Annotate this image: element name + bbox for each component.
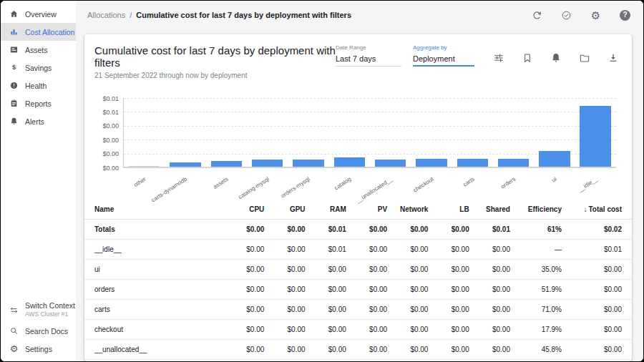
x-tick-label: assets xyxy=(212,176,229,190)
report-controls: Date Range Last 7 days Aggregate by Depl… xyxy=(336,44,619,67)
check-circle-icon[interactable] xyxy=(561,10,572,21)
cell-name: carts xyxy=(94,305,223,313)
sidebar-item-label: Switch Context xyxy=(25,301,75,310)
bar-ui[interactable] xyxy=(539,151,570,167)
cell-shared: $0.00 xyxy=(469,265,510,273)
cell-ram: $0.01 xyxy=(306,225,346,233)
bar-slot xyxy=(493,98,534,167)
cell-efficiency: 17.9% xyxy=(510,326,562,333)
cell-total_cost: $0.01 xyxy=(562,245,622,253)
column-header-cpu[interactable]: CPU xyxy=(223,205,264,213)
x-tick-label: other xyxy=(132,176,147,188)
column-header-lb[interactable]: LB xyxy=(428,205,469,213)
cell-pv: $0.00 xyxy=(346,265,387,273)
bar-slot xyxy=(165,98,205,167)
sidebar-item-labels: Switch ContextAWS Cluster #1 xyxy=(25,301,75,318)
cell-ram: $0.00 xyxy=(306,326,346,333)
cell-network: $0.00 xyxy=(387,245,428,253)
bar-carts-dynamodb[interactable] xyxy=(170,162,201,167)
cell-network: $0.00 xyxy=(387,285,428,293)
x-tick: __unallocated__ xyxy=(370,169,411,192)
cell-lb: $0.00 xyxy=(428,346,469,353)
y-tick-label: $0.00 xyxy=(94,150,119,157)
bar-assets[interactable] xyxy=(211,161,243,167)
sidebar-item-label: Cost Allocation xyxy=(25,28,74,36)
download-icon[interactable] xyxy=(608,52,619,64)
bar-slot xyxy=(370,98,411,167)
bar-idle[interactable] xyxy=(580,106,611,167)
bar-other[interactable] xyxy=(129,166,160,167)
table-row-ui[interactable]: ui$0.00$0.00$0.00$0.00$0.00$0.00$0.0035.… xyxy=(84,260,632,280)
tune-icon[interactable] xyxy=(493,52,504,64)
cell-shared: $0.01 xyxy=(469,225,510,233)
bar-checkout[interactable] xyxy=(416,159,447,167)
sidebar-item-cost-allocation[interactable]: Cost Allocation xyxy=(1,23,76,41)
column-header-total-cost[interactable]: ↓Total cost xyxy=(562,205,622,213)
cell-lb: $0.00 xyxy=(428,326,469,333)
cell-lb: $0.00 xyxy=(428,285,469,293)
sidebar-item-overview[interactable]: Overview xyxy=(1,5,76,23)
column-header-gpu[interactable]: GPU xyxy=(264,205,305,213)
sidebar-item-assets[interactable]: Assets xyxy=(1,41,76,59)
table-row-orders[interactable]: orders$0.00$0.00$0.00$0.00$0.00$0.00$0.0… xyxy=(84,280,632,300)
column-header-efficiency[interactable]: Efficiency xyxy=(510,205,562,213)
sidebar-item-savings[interactable]: $Savings xyxy=(1,59,76,77)
cell-cpu: $0.00 xyxy=(223,305,264,313)
cell-lb: $0.00 xyxy=(428,245,469,253)
table-row-idle[interactable]: __idle__$0.00$0.00$0.01$0.00$0.00$0.00$0… xyxy=(84,240,632,260)
cell-network: $0.00 xyxy=(387,305,428,313)
sidebar-item-settings[interactable]: ⚙Settings xyxy=(1,340,76,358)
bell-icon[interactable] xyxy=(550,52,562,64)
aggregate-by-value[interactable]: Deployment xyxy=(413,54,474,67)
page-title: Cumulative cost for last 7 days by deplo… xyxy=(94,44,336,69)
cell-efficiency: 71.0% xyxy=(510,305,562,313)
sidebar-item-switch-context[interactable]: Switch ContextAWS Cluster #1 xyxy=(1,298,76,322)
column-header-ram[interactable]: RAM xyxy=(306,205,346,213)
column-header-network[interactable]: Network xyxy=(387,205,428,213)
cell-cpu: $0.00 xyxy=(223,346,264,353)
folder-icon[interactable] xyxy=(579,52,590,64)
cell-name: ui xyxy=(94,265,223,273)
aggregate-by-select[interactable]: Aggregate by Deployment xyxy=(413,44,474,67)
breadcrumb-parent[interactable]: Allocations xyxy=(87,11,125,19)
column-header-name[interactable]: Name xyxy=(94,205,223,213)
cell-total_cost: $0.00 xyxy=(562,265,622,273)
help-icon[interactable]: ? xyxy=(620,10,630,21)
sidebar: OverviewCost AllocationAssets$SavingsHea… xyxy=(1,1,76,361)
cell-network: $0.00 xyxy=(387,326,428,333)
bar-slot xyxy=(329,98,370,167)
bar-catalog-mysql[interactable] xyxy=(252,160,283,167)
cell-efficiency: 51.9% xyxy=(510,285,562,293)
bar-unallocated[interactable] xyxy=(375,160,406,167)
x-tick-label: carts xyxy=(462,176,475,188)
sidebar-item-health[interactable]: Health xyxy=(1,77,76,94)
cell-shared: $0.00 xyxy=(469,326,510,333)
bar-orders-mysql[interactable] xyxy=(293,160,324,167)
column-header-shared[interactable]: Shared xyxy=(469,205,510,213)
gear-icon[interactable]: ⚙ xyxy=(590,10,601,21)
column-header-pv[interactable]: PV xyxy=(346,205,387,213)
table-row-checkout[interactable]: checkout$0.00$0.00$0.00$0.00$0.00$0.00$0… xyxy=(84,320,632,340)
table-row-unallocated[interactable]: __unallocated__$0.00$0.00$0.00$0.00$0.00… xyxy=(84,340,632,360)
table-row-totals[interactable]: Totals$0.00$0.00$0.01$0.00$0.00$0.00$0.0… xyxy=(84,220,632,240)
sidebar-item-reports[interactable]: Reports xyxy=(1,94,76,112)
table-row-carts[interactable]: carts$0.00$0.00$0.00$0.00$0.00$0.00$0.00… xyxy=(84,300,632,320)
cell-gpu: $0.00 xyxy=(264,285,305,293)
sidebar-footer: Switch ContextAWS Cluster #1Search Docs⚙… xyxy=(1,298,76,361)
sidebar-item-search-docs[interactable]: Search Docs xyxy=(1,322,76,340)
web-asset-icon xyxy=(9,45,19,54)
sidebar-item-label: Health xyxy=(25,82,47,90)
sidebar-item-alerts[interactable]: Alerts xyxy=(1,112,76,130)
bar-orders[interactable] xyxy=(498,159,530,167)
date-range-select[interactable]: Date Range Last 7 days xyxy=(336,44,401,67)
refresh-icon[interactable] xyxy=(532,10,542,21)
bookmark-icon[interactable] xyxy=(522,52,533,64)
cell-network: $0.00 xyxy=(387,265,428,273)
cell-ram: $0.00 xyxy=(306,285,346,293)
x-tick: carts xyxy=(452,169,492,192)
bar-catalog[interactable] xyxy=(334,157,366,167)
table-row-catalog[interactable]: catalog$0.00$0.00$0.00$0.00$0.00$0.00$0.… xyxy=(84,360,632,361)
cell-gpu: $0.00 xyxy=(264,326,305,333)
date-range-value[interactable]: Last 7 days xyxy=(336,54,401,67)
bar-carts[interactable] xyxy=(457,159,489,167)
